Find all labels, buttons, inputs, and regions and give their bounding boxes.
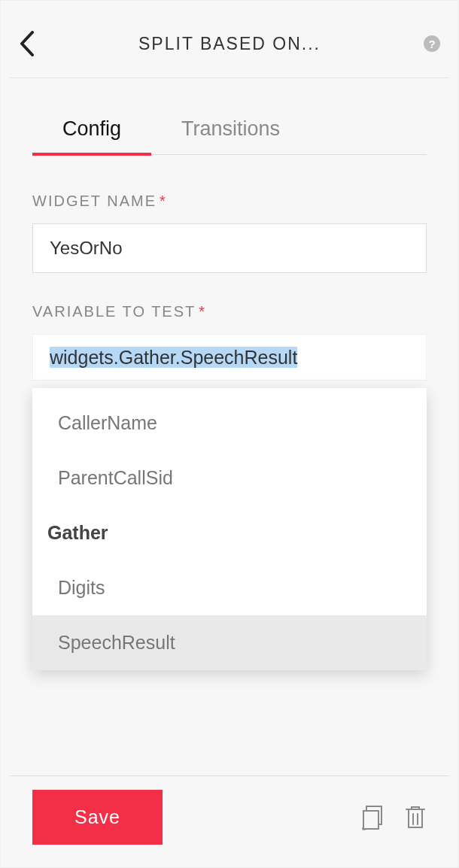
tab-transitions[interactable]: Transitions xyxy=(151,108,310,154)
help-icon[interactable]: ? xyxy=(424,35,440,52)
dropdown-item-digits[interactable]: Digits xyxy=(32,560,427,615)
panel-header: SPLIT BASED ON... ? xyxy=(10,10,449,78)
svg-rect-1 xyxy=(363,811,378,829)
variable-label-text: VARIABLE TO TEST xyxy=(32,303,196,320)
tab-bar: Config Transitions xyxy=(32,108,427,155)
widget-name-label-text: WIDGET NAME xyxy=(32,193,157,209)
chevron-left-icon xyxy=(19,31,35,56)
panel-footer: Save xyxy=(10,775,449,858)
dropdown-group-gather: Gather xyxy=(32,505,427,560)
variable-dropdown[interactable]: CallerName ParentCallSid Gather Digits S… xyxy=(32,388,427,670)
dropdown-item-callername[interactable]: CallerName xyxy=(32,396,427,451)
required-asterisk: * xyxy=(199,303,206,320)
duplicate-icon xyxy=(362,805,388,830)
trash-icon xyxy=(404,805,427,830)
delete-button[interactable] xyxy=(404,805,427,830)
widget-name-label: WIDGET NAME* xyxy=(32,193,427,210)
config-panel: SPLIT BASED ON... ? Config Transitions W… xyxy=(0,0,459,868)
footer-actions xyxy=(362,805,427,830)
variable-to-test-label: VARIABLE TO TEST* xyxy=(32,303,427,320)
save-button[interactable]: Save xyxy=(32,790,163,845)
widget-name-input[interactable] xyxy=(32,223,427,273)
tab-config[interactable]: Config xyxy=(32,108,151,154)
required-asterisk: * xyxy=(160,193,167,209)
duplicate-button[interactable] xyxy=(362,805,388,830)
variable-autocomplete: widgets.Gather.SpeechResult CallerName P… xyxy=(32,334,427,381)
variable-input-value: widgets.Gather.SpeechResult xyxy=(50,347,297,369)
variable-input-highlighted-text: widgets.Gather.SpeechResult xyxy=(50,347,297,368)
form-area: WIDGET NAME* VARIABLE TO TEST* widgets.G… xyxy=(10,155,449,381)
dropdown-item-speechresult[interactable]: SpeechResult xyxy=(32,615,427,670)
panel-title: SPLIT BASED ON... xyxy=(35,34,424,54)
dropdown-item-parentcallsid[interactable]: ParentCallSid xyxy=(32,451,427,505)
variable-input[interactable]: widgets.Gather.SpeechResult xyxy=(32,334,427,381)
back-button[interactable] xyxy=(19,31,35,56)
